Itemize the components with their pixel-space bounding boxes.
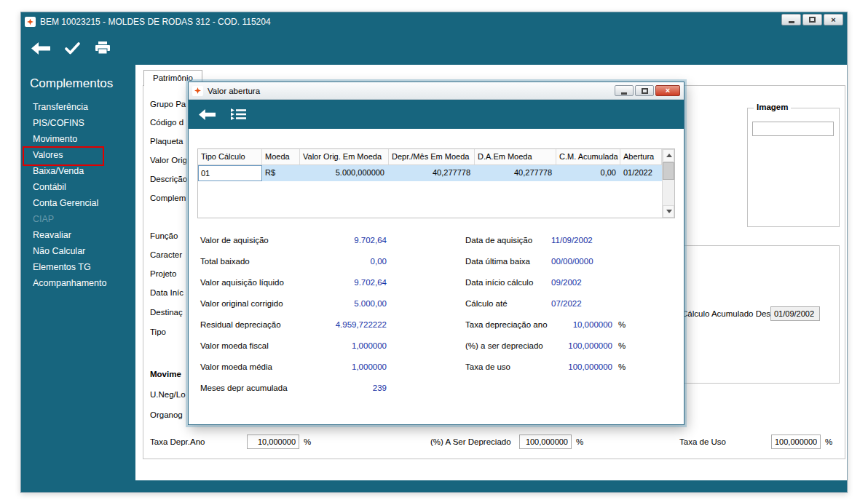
detail-value: 00/00/0000 (551, 257, 612, 266)
detail-row-valor-de-aquisi-o: Valor de aquisição9.702,64 (200, 229, 387, 250)
scroll-thumb[interactable] (663, 162, 674, 180)
detail-label: Valor aquisição líquido (200, 278, 314, 287)
detail-row-data-de-aquisi-o: Data de aquisição11/09/2002 (465, 229, 647, 250)
detail-row-data-ltima-baixa: Data última baixa00/00/0000 (465, 250, 647, 271)
window-footer (21, 480, 847, 492)
detail-label: Meses depr acumulada (200, 384, 314, 392)
detail-suffix: % (618, 362, 626, 371)
grid-cell-valor-orig-em-moeda[interactable]: 5.000,000000 (300, 165, 389, 181)
dialog-icon (192, 86, 203, 96)
sidebar-item-ciap[interactable]: CIAP (21, 211, 135, 227)
detail-value: 100,000000 (551, 341, 612, 350)
form-label-plaqueta: Plaqueta (150, 136, 183, 146)
sidebar-item-elementos-tg[interactable]: Elementos TG (21, 259, 135, 275)
sidebar-item-acompanhamento[interactable]: Acompanhamento (21, 275, 135, 291)
dialog-maximize-button[interactable] (635, 85, 654, 96)
close-icon: × (831, 16, 835, 24)
grid-cell-tipo-c-lculo[interactable]: 01 (198, 165, 262, 181)
sidebar-item-movimento[interactable]: Movimento (21, 131, 135, 147)
detail-value: 100,000000 (551, 362, 612, 371)
printer-icon (95, 41, 111, 55)
maximize-icon (642, 88, 648, 94)
detail-suffix: % (618, 320, 626, 329)
detail-value: 11/09/2002 (551, 236, 612, 245)
detail-row-data-in-cio-c-lculo: Data início cálculo09/2002 (465, 271, 647, 293)
form-label-c-digo-d: Código d (150, 117, 184, 127)
taxa-depr-ano-suffix: % (304, 437, 311, 446)
sidebar-item-reavaliar[interactable]: Reavaliar (21, 227, 135, 243)
sidebar-item-transfer-ncia[interactable]: Transferência (21, 99, 135, 115)
dialog-titlebar: Valor abertura × (189, 82, 684, 100)
form-label-organog: Organog (150, 410, 183, 420)
grid-cell-abertura[interactable]: 01/2022 (620, 165, 662, 181)
sidebar-item-valores[interactable]: Valores (21, 147, 135, 163)
scroll-up-icon[interactable] (663, 149, 674, 162)
sidebar-item-pis-cofins[interactable]: PIS/COFINS (21, 115, 135, 131)
sidebar-item-n-o-calcular[interactable]: Não Calcular (21, 243, 135, 259)
grid-cell-depr-m-s-em-moeda[interactable]: 40,277778 (389, 165, 475, 181)
dialog-close-button[interactable]: × (655, 85, 680, 96)
grid-cell-d-a-em-moeda[interactable]: 40,277778 (475, 165, 556, 181)
imagem-input[interactable] (752, 122, 834, 136)
detail-label: Total baixado (200, 257, 314, 266)
grid-cell-c-m-acumulada[interactable]: 0,00 (556, 165, 620, 181)
grid-cell-moeda[interactable]: R$ (262, 165, 300, 181)
detail-value: 4.959,722222 (314, 320, 387, 329)
grid-col-tipo-c-lculo[interactable]: Tipo Cálculo (198, 149, 262, 164)
form-label-grupo-pa: Grupo Pa (150, 99, 186, 109)
detail-label: Data última baixa (465, 257, 551, 266)
grid-col-d-a-em-moeda[interactable]: D.A.Em Moeda (475, 149, 556, 164)
detail-row-valor-moeda-fiscal: Valor moeda fiscal1,000000 (200, 335, 387, 356)
form-label-complem: Complem (150, 193, 186, 203)
calc-acumulado-label: Cálculo Acumulado Desde (682, 309, 780, 318)
dialog-list-button[interactable] (229, 107, 248, 122)
detail-row-taxa-de-uso: Taxa de uso100,000000% (465, 356, 647, 377)
sidebar-item-conta-gerencial[interactable]: Conta Gerencial (21, 195, 135, 211)
close-button[interactable]: × (824, 14, 843, 25)
detail-row-total-baixado: Total baixado0,00 (200, 250, 387, 271)
dialog-title: Valor abertura (208, 87, 610, 95)
detail-value: 0,00 (314, 257, 387, 266)
detail-value: 07/2022 (551, 299, 612, 308)
detail-label: Data de aquisição (465, 236, 551, 245)
grid-col-depr-m-s-em-moeda[interactable]: Depr./Mês Em Moeda (389, 149, 475, 164)
grid-row[interactable]: 01R$5.000,00000040,27777840,2777780,0001… (198, 165, 662, 181)
grid-col-c-m-acumulada[interactable]: C.M. Acumulada (556, 149, 620, 164)
back-arrow-icon (31, 42, 50, 55)
minimize-button[interactable] (781, 14, 801, 25)
detail-row-a-ser-depreciado: (%) a ser depreciado100,000000% (465, 335, 647, 356)
maximize-button[interactable] (802, 14, 822, 25)
detail-label: Valor moeda média (200, 362, 314, 371)
taxa-depr-ano-input[interactable] (247, 434, 299, 449)
grid-col-abertura[interactable]: Abertura (620, 149, 662, 164)
taxa-de-uso-suffix: % (825, 437, 832, 446)
grid-col-moeda[interactable]: Moeda (262, 149, 300, 164)
detail-row-valor-moeda-m-dia: Valor moeda média1,000000 (200, 356, 387, 377)
grid-scrollbar[interactable] (662, 149, 674, 218)
sidebar: Complementos TransferênciaPIS/COFINSMovi… (21, 65, 135, 480)
taxa-de-uso-input[interactable] (771, 434, 821, 449)
form-label-caracter: Caracter (150, 250, 182, 260)
calc-acumulado-input[interactable] (770, 306, 820, 321)
detail-row-valor-original-corrigido: Valor original corrigido5.000,00 (200, 293, 387, 314)
detail-suffix: % (618, 341, 626, 350)
detail-label: Cálculo até (465, 299, 551, 308)
back-button[interactable] (30, 41, 52, 56)
detail-value: 09/2002 (551, 278, 612, 287)
detail-label: Valor original corrigido (200, 299, 314, 308)
imagem-groupbox: Imagem (747, 108, 840, 227)
scroll-down-icon[interactable] (663, 205, 674, 218)
sidebar-item-baixa-venda[interactable]: Baixa/Venda (21, 163, 135, 179)
dialog-back-button[interactable] (197, 108, 217, 122)
sidebar-item-cont-bil[interactable]: Contábil (21, 179, 135, 195)
ser-depreciado-input[interactable] (519, 434, 572, 449)
print-button[interactable] (93, 40, 112, 56)
dialog-minimize-button[interactable] (615, 85, 634, 96)
confirm-button[interactable] (63, 41, 82, 56)
detail-label: Valor moeda fiscal (200, 341, 314, 350)
imagem-label: Imagem (754, 103, 791, 111)
grid-col-valor-orig-em-moeda[interactable]: Valor Orig. Em Moeda (300, 149, 389, 164)
detail-value: 9.702,64 (314, 278, 387, 287)
close-icon: × (666, 87, 670, 95)
detail-label: Data início cálculo (465, 278, 551, 287)
